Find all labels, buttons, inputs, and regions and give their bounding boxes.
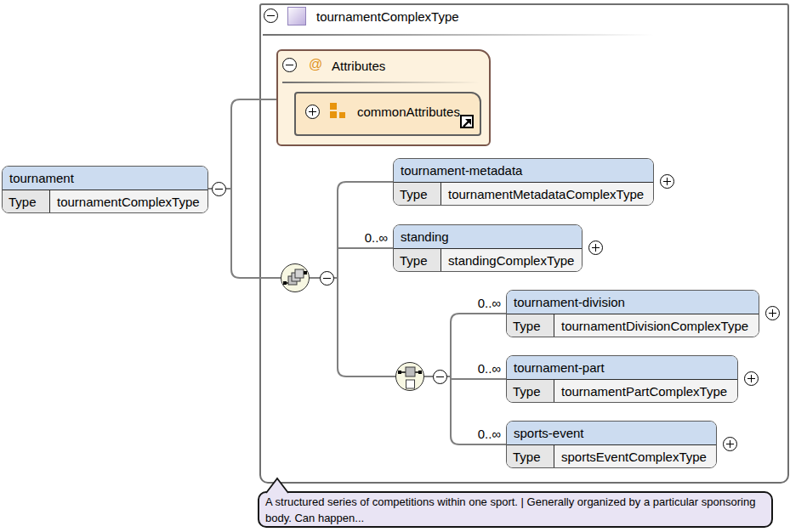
collapse-choice-button[interactable] xyxy=(433,370,447,384)
element-name: tournament-metadata xyxy=(394,159,653,183)
cardinality-standing: 0..∞ xyxy=(345,230,388,245)
type-row: Type tournamentDivisionComplexType xyxy=(507,314,759,337)
type-row: Type standingComplexType xyxy=(394,249,582,271)
expand-standing-button[interactable] xyxy=(588,241,603,255)
type-value: tournamentComplexType xyxy=(50,190,207,212)
collapse-attributes-button[interactable] xyxy=(282,58,297,72)
type-row: Type tournamentComplexType xyxy=(3,190,207,212)
expand-tournament-division-button[interactable] xyxy=(765,306,780,320)
attributes-title: Attributes xyxy=(332,59,385,73)
minus-icon xyxy=(215,189,223,190)
type-label: Type xyxy=(507,314,554,337)
xsd-diagram: tournamentComplexType @ Attributes commo… xyxy=(0,0,790,532)
sequence-indicator-icon[interactable] xyxy=(281,263,310,292)
cardinality-sports-event: 0..∞ xyxy=(458,427,501,441)
element-tournament[interactable]: tournament Type tournamentComplexType xyxy=(2,166,208,213)
collapse-tournament-button[interactable] xyxy=(212,182,226,196)
attribute-group-name: commonAttributes xyxy=(357,105,460,119)
complex-type-title: tournamentComplexType xyxy=(316,9,459,24)
expand-attribute-group-button[interactable] xyxy=(305,105,320,119)
type-label: Type xyxy=(507,445,554,467)
choice-indicator-icon[interactable] xyxy=(395,362,424,391)
cardinality-tournament-division: 0..∞ xyxy=(458,296,501,310)
type-label: Type xyxy=(394,183,441,205)
element-name: tournament xyxy=(3,167,207,190)
type-row: Type tournamentPartComplexType xyxy=(507,380,737,402)
expand-tournament-metadata-button[interactable] xyxy=(660,174,674,189)
type-row: Type sportsEventComplexType xyxy=(507,445,716,467)
element-tournament-division[interactable]: tournament-division Type tournamentDivis… xyxy=(506,290,759,337)
type-label: Type xyxy=(394,249,441,271)
attributes-separator xyxy=(282,82,480,83)
expand-sports-event-button[interactable] xyxy=(723,437,737,451)
element-name: sports-event xyxy=(507,422,716,445)
attribute-at-icon: @ xyxy=(309,57,322,72)
element-name: tournament-part xyxy=(507,356,737,380)
element-name: tournament-division xyxy=(507,291,759,314)
type-value: tournamentMetadataComplexType xyxy=(441,183,653,205)
complex-type-icon xyxy=(287,7,306,25)
collapse-sequence-button[interactable] xyxy=(320,271,334,286)
attribute-group-icon xyxy=(330,103,347,119)
minus-icon xyxy=(286,65,293,66)
type-value: tournamentPartComplexType xyxy=(554,380,737,402)
title-separator xyxy=(263,34,654,36)
cardinality-tournament-part: 0..∞ xyxy=(458,361,501,376)
minus-icon xyxy=(323,278,331,280)
goto-definition-icon[interactable] xyxy=(460,115,474,128)
element-standing[interactable]: standing Type standingComplexType xyxy=(393,224,583,272)
annotation-tooltip: A structured series of competitions with… xyxy=(258,491,773,528)
minus-icon xyxy=(267,15,275,17)
element-name: standing xyxy=(394,225,582,249)
expand-tournament-part-button[interactable] xyxy=(744,371,759,386)
minus-icon xyxy=(436,376,444,378)
type-value: tournamentDivisionComplexType xyxy=(554,314,759,337)
type-row: Type tournamentMetadataComplexType xyxy=(394,183,653,205)
collapse-complex-type-button[interactable] xyxy=(264,8,278,23)
type-value: sportsEventComplexType xyxy=(554,445,716,467)
type-value: standingComplexType xyxy=(441,249,582,271)
type-label: Type xyxy=(507,380,554,402)
type-label: Type xyxy=(3,190,50,212)
element-sports-event[interactable]: sports-event Type sportsEventComplexType xyxy=(506,421,717,468)
element-tournament-part[interactable]: tournament-part Type tournamentPartCompl… xyxy=(506,355,738,403)
annotation-pointer xyxy=(265,477,291,494)
element-tournament-metadata[interactable]: tournament-metadata Type tournamentMetad… xyxy=(393,158,654,206)
